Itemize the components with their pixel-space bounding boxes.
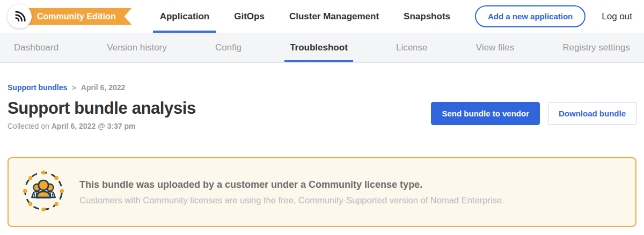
breadcrumb-support-bundles-link[interactable]: Support bundles (8, 83, 67, 92)
breadcrumb-separator: > (72, 84, 76, 92)
subnav-item-registry-settings[interactable]: Registry settings (562, 42, 630, 53)
notice-heading: This bundle was uploaded by a customer u… (79, 179, 504, 190)
top-nav: Community Edition Application GitOps Clu… (0, 0, 644, 33)
logout-link[interactable]: Log out (602, 11, 632, 22)
main-content: Support bundles > April 6, 2022 Support … (0, 83, 644, 227)
title-row: Support bundle analysis Collected on Apr… (8, 99, 636, 130)
bundle-actions: Send bundle to vendor Download bundle (431, 102, 636, 125)
subnav-item-config[interactable]: Config (215, 42, 241, 53)
notice-text: This bundle was uploaded by a customer u… (79, 179, 504, 205)
title-block: Support bundle analysis Collected on Apr… (8, 99, 196, 130)
tab-gitops[interactable]: GitOps (234, 11, 265, 22)
collected-date: April 6, 2022 @ 3:37 pm (52, 122, 136, 130)
page-title: Support bundle analysis (8, 99, 196, 118)
community-people-icon (23, 170, 64, 214)
subnav-item-dashboard[interactable]: Dashboard (14, 42, 58, 53)
notice-body: Customers with Community licenses are us… (79, 195, 504, 205)
breadcrumb-current: April 6, 2022 (81, 83, 126, 92)
app-sub-nav: Dashboard Version history Config Trouble… (0, 33, 644, 63)
breadcrumb: Support bundles > April 6, 2022 (8, 83, 636, 92)
add-new-application-button[interactable]: Add a new application (475, 5, 586, 27)
tab-snapshots[interactable]: Snapshots (404, 11, 450, 22)
subnav-item-view-files[interactable]: View files (476, 42, 515, 53)
collected-timestamp: Collected on April 6, 2022 @ 3:37 pm (8, 122, 196, 130)
brand: Community Edition (8, 4, 132, 28)
replicated-logo-icon[interactable] (8, 4, 32, 28)
top-tabs: Application GitOps Cluster Management Sn… (160, 11, 450, 22)
tab-application[interactable]: Application (160, 11, 210, 22)
subnav-item-troubleshoot[interactable]: Troubleshoot (290, 42, 348, 53)
subnav-item-license[interactable]: License (396, 42, 428, 53)
download-bundle-button[interactable]: Download bundle (548, 102, 636, 125)
community-edition-badge: Community Edition (18, 8, 132, 25)
collected-prefix: Collected on (8, 122, 49, 130)
tab-cluster-management[interactable]: Cluster Management (289, 11, 379, 22)
community-license-notice: This bundle was uploaded by a customer u… (8, 157, 636, 227)
send-bundle-to-vendor-button[interactable]: Send bundle to vendor (431, 102, 540, 125)
subnav-item-version-history[interactable]: Version history (107, 42, 167, 53)
